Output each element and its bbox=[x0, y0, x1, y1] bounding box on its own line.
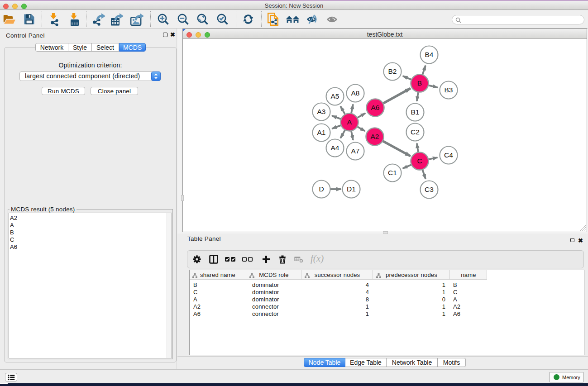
svg-text:B2: B2 bbox=[388, 67, 397, 75]
svg-text:A4: A4 bbox=[331, 144, 339, 152]
svg-text:D1: D1 bbox=[347, 185, 356, 193]
svg-text:C4: C4 bbox=[444, 151, 453, 159]
svg-text:B: B bbox=[417, 79, 422, 87]
svg-text:B1: B1 bbox=[411, 108, 420, 116]
svg-text:A2: A2 bbox=[371, 133, 379, 140]
svg-text:A1: A1 bbox=[317, 129, 326, 136]
svg-text:A: A bbox=[347, 118, 352, 126]
svg-text:A6: A6 bbox=[371, 104, 380, 111]
svg-text:C1: C1 bbox=[388, 169, 397, 176]
svg-text:B3: B3 bbox=[445, 86, 453, 94]
svg-text:D: D bbox=[319, 185, 324, 193]
svg-text:C3: C3 bbox=[425, 186, 434, 193]
svg-text:C2: C2 bbox=[411, 128, 420, 136]
svg-text:C: C bbox=[417, 157, 422, 165]
svg-text:A8: A8 bbox=[351, 89, 360, 97]
svg-text:A7: A7 bbox=[351, 147, 360, 155]
svg-text:A3: A3 bbox=[317, 108, 326, 115]
svg-text:A5: A5 bbox=[331, 92, 339, 100]
svg-text:B4: B4 bbox=[425, 51, 434, 58]
